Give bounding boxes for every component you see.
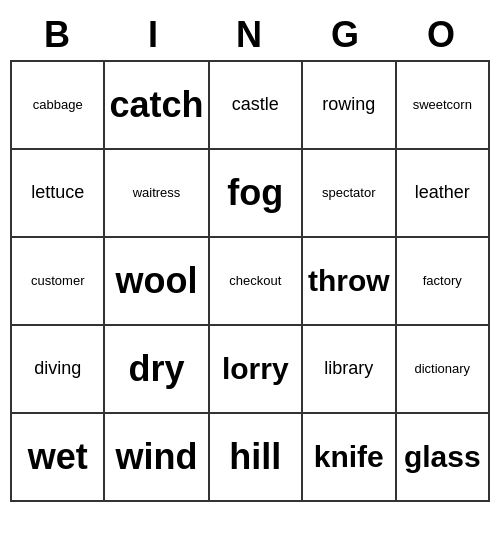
header-letter: N — [202, 10, 298, 60]
cell-text: sweetcorn — [413, 97, 472, 113]
bingo-header: BINGO — [10, 10, 490, 60]
bingo-grid: cabbagecatchcastlerowingsweetcornlettuce… — [10, 60, 490, 502]
bingo-cell: library — [303, 326, 396, 414]
bingo-cell: wind — [105, 414, 209, 502]
bingo-cell: glass — [397, 414, 491, 502]
cell-text: fog — [227, 171, 283, 214]
cell-text: waitress — [133, 185, 181, 201]
cell-text: throw — [308, 263, 390, 299]
cell-text: lorry — [222, 351, 289, 387]
cell-text: lettuce — [31, 182, 84, 204]
bingo-cell: castle — [210, 62, 303, 150]
cell-text: wool — [116, 259, 198, 302]
bingo-cell: dry — [105, 326, 209, 414]
bingo-cell: lettuce — [12, 150, 105, 238]
cell-text: dictionary — [414, 361, 470, 377]
bingo-cell: checkout — [210, 238, 303, 326]
bingo-cell: diving — [12, 326, 105, 414]
cell-text: cabbage — [33, 97, 83, 113]
bingo-cell: lorry — [210, 326, 303, 414]
cell-text: wet — [28, 435, 88, 478]
bingo-cell: rowing — [303, 62, 396, 150]
bingo-card: BINGO cabbagecatchcastlerowingsweetcornl… — [10, 10, 490, 502]
bingo-cell: customer — [12, 238, 105, 326]
bingo-cell: factory — [397, 238, 491, 326]
bingo-cell: catch — [105, 62, 209, 150]
bingo-cell: dictionary — [397, 326, 491, 414]
bingo-cell: waitress — [105, 150, 209, 238]
bingo-cell: throw — [303, 238, 396, 326]
bingo-cell: knife — [303, 414, 396, 502]
cell-text: hill — [229, 435, 281, 478]
cell-text: wind — [116, 435, 198, 478]
cell-text: checkout — [229, 273, 281, 289]
bingo-cell: sweetcorn — [397, 62, 491, 150]
cell-text: library — [324, 358, 373, 380]
bingo-cell: spectator — [303, 150, 396, 238]
bingo-cell: wool — [105, 238, 209, 326]
header-letter: O — [394, 10, 490, 60]
bingo-cell: wet — [12, 414, 105, 502]
header-letter: B — [10, 10, 106, 60]
bingo-cell: hill — [210, 414, 303, 502]
cell-text: catch — [109, 83, 203, 126]
bingo-cell: cabbage — [12, 62, 105, 150]
cell-text: diving — [34, 358, 81, 380]
cell-text: castle — [232, 94, 279, 116]
cell-text: leather — [415, 182, 470, 204]
cell-text: glass — [404, 439, 481, 475]
cell-text: customer — [31, 273, 84, 289]
cell-text: dry — [128, 347, 184, 390]
cell-text: spectator — [322, 185, 375, 201]
header-letter: I — [106, 10, 202, 60]
header-letter: G — [298, 10, 394, 60]
cell-text: factory — [423, 273, 462, 289]
cell-text: rowing — [322, 94, 375, 116]
bingo-cell: fog — [210, 150, 303, 238]
cell-text: knife — [314, 439, 384, 475]
bingo-cell: leather — [397, 150, 491, 238]
